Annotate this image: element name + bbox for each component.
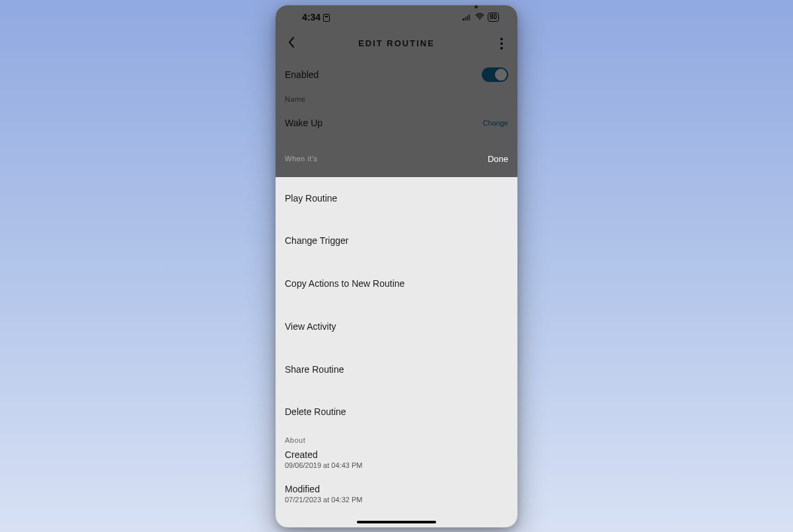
back-icon[interactable] [287,36,295,51]
change-name-link[interactable]: Change [482,119,508,127]
menu-share-routine[interactable]: Share Routine [276,352,517,387]
nav-header: EDIT ROUTINE [276,29,517,58]
cellular-signal-icon [463,14,472,20]
sim-card-icon [323,14,330,22]
about-section-label: About [276,430,517,447]
wifi-icon [475,12,484,22]
status-time: 4:34 [302,12,321,22]
phone-frame: 4:34 80 EDIT ROUTINE [276,5,517,527]
action-sheet: Play Routine Change Trigger Copy Actions… [276,177,517,527]
menu-copy-actions[interactable]: Copy Actions to New Routine [276,266,517,301]
camera-indicator-dot-icon [474,5,478,9]
enabled-label: Enabled [285,69,319,80]
when-its-row: When it's Done [276,154,517,164]
when-its-label: When it's [285,155,317,163]
menu-play-routine[interactable]: Play Routine [276,181,517,216]
status-bar: 4:34 80 [276,5,517,29]
svg-point-0 [479,18,480,19]
routine-name-value: Wake Up [285,111,322,135]
routine-settings-dim: Enabled Name Wake Up Change [276,58,517,144]
enabled-toggle-row: Enabled [285,58,508,91]
enabled-toggle[interactable] [482,67,508,82]
overflow-menu-icon[interactable] [498,38,506,50]
done-button[interactable]: Done [488,154,508,164]
created-block: Created 09/06/2019 at 04:43 PM [276,447,517,475]
menu-change-trigger[interactable]: Change Trigger [276,223,517,258]
menu-view-activity[interactable]: View Activity [276,309,517,344]
modified-block: Modified 07/21/2023 at 04:32 PM [276,481,517,509]
home-indicator[interactable] [357,521,436,523]
modified-value: 07/21/2023 at 04:32 PM [285,496,508,504]
modified-label: Modified [285,484,508,496]
created-label: Created [285,449,508,461]
created-value: 09/06/2019 at 04:43 PM [285,461,508,469]
page-title: EDIT ROUTINE [358,38,435,48]
name-section-label: Name [285,91,508,104]
battery-icon: 80 [488,13,499,22]
routine-name-row: Wake Up Change [285,104,508,144]
menu-delete-routine[interactable]: Delete Routine [276,395,517,430]
